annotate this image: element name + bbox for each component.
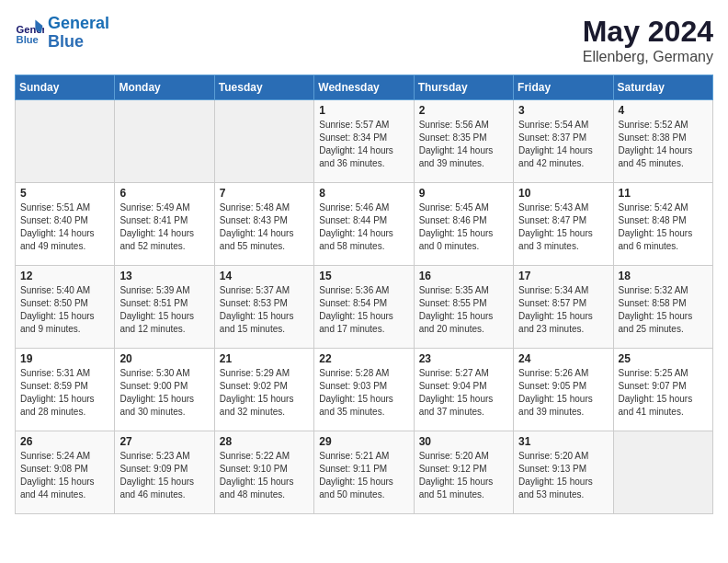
day-number: 26 — [20, 435, 109, 448]
cell-info: Sunrise: 5:48 AM Sunset: 8:43 PM Dayligh… — [220, 201, 309, 253]
calendar-cell: 14Sunrise: 5:37 AM Sunset: 8:53 PM Dayli… — [214, 266, 313, 349]
day-number: 5 — [20, 187, 109, 200]
calendar-cell: 8Sunrise: 5:46 AM Sunset: 8:44 PM Daylig… — [314, 183, 414, 266]
calendar-cell — [613, 431, 712, 514]
logo-wordmark: General Blue — [48, 15, 109, 52]
month-year-title: May 2024 — [583, 15, 713, 49]
calendar-cell: 5Sunrise: 5:51 AM Sunset: 8:40 PM Daylig… — [16, 183, 115, 266]
cell-info: Sunrise: 5:21 AM Sunset: 9:11 PM Dayligh… — [319, 450, 408, 501]
day-number: 14 — [220, 270, 309, 282]
calendar-cell: 10Sunrise: 5:43 AM Sunset: 8:47 PM Dayli… — [514, 183, 613, 266]
cell-info: Sunrise: 5:52 AM Sunset: 8:38 PM Dayligh… — [619, 119, 708, 170]
day-number: 28 — [220, 435, 309, 448]
calendar-cell: 4Sunrise: 5:52 AM Sunset: 8:38 PM Daylig… — [613, 100, 712, 183]
day-header-wednesday: Wednesday — [314, 75, 414, 100]
day-number: 21 — [220, 352, 309, 365]
day-number: 18 — [619, 270, 708, 282]
svg-text:Blue: Blue — [17, 34, 39, 45]
cell-info: Sunrise: 5:25 AM Sunset: 9:07 PM Dayligh… — [619, 367, 708, 419]
day-number: 12 — [20, 270, 109, 282]
calendar-cell: 29Sunrise: 5:21 AM Sunset: 9:11 PM Dayli… — [314, 431, 414, 514]
calendar-cell: 1Sunrise: 5:57 AM Sunset: 8:34 PM Daylig… — [314, 100, 414, 183]
calendar-cell: 17Sunrise: 5:34 AM Sunset: 8:57 PM Dayli… — [514, 266, 613, 349]
logo-icon: General Blue — [15, 18, 44, 48]
page-header: General Blue General Blue May 2024 Ellen… — [15, 15, 713, 65]
cell-info: Sunrise: 5:45 AM Sunset: 8:46 PM Dayligh… — [419, 201, 508, 253]
calendar-cell: 2Sunrise: 5:56 AM Sunset: 8:35 PM Daylig… — [414, 100, 513, 183]
day-header-friday: Friday — [514, 75, 613, 100]
calendar-cell — [16, 100, 115, 183]
logo-general: General — [48, 14, 109, 32]
day-number: 30 — [419, 435, 508, 448]
cell-info: Sunrise: 5:37 AM Sunset: 8:53 PM Dayligh… — [220, 284, 309, 336]
day-number: 1 — [319, 104, 408, 117]
logo: General Blue General Blue — [15, 15, 109, 52]
day-number: 27 — [119, 435, 209, 448]
cell-info: Sunrise: 5:26 AM Sunset: 9:05 PM Dayligh… — [518, 367, 608, 419]
day-header-saturday: Saturday — [613, 75, 712, 100]
calendar-cell: 7Sunrise: 5:48 AM Sunset: 8:43 PM Daylig… — [214, 183, 313, 266]
day-number: 3 — [518, 104, 608, 117]
calendar-cell: 9Sunrise: 5:45 AM Sunset: 8:46 PM Daylig… — [414, 183, 513, 266]
cell-info: Sunrise: 5:36 AM Sunset: 8:54 PM Dayligh… — [319, 284, 408, 336]
calendar-body: 1Sunrise: 5:57 AM Sunset: 8:34 PM Daylig… — [16, 100, 713, 514]
calendar-cell: 22Sunrise: 5:28 AM Sunset: 9:03 PM Dayli… — [314, 349, 414, 431]
day-number: 10 — [518, 187, 608, 200]
day-header-tuesday: Tuesday — [214, 75, 313, 100]
cell-info: Sunrise: 5:27 AM Sunset: 9:04 PM Dayligh… — [419, 367, 508, 419]
cell-info: Sunrise: 5:54 AM Sunset: 8:37 PM Dayligh… — [518, 119, 608, 170]
cell-info: Sunrise: 5:24 AM Sunset: 9:08 PM Dayligh… — [20, 450, 109, 501]
logo-text: General Blue — [48, 15, 109, 52]
day-number: 2 — [419, 104, 508, 117]
cell-info: Sunrise: 5:49 AM Sunset: 8:41 PM Dayligh… — [119, 201, 209, 253]
calendar-cell: 23Sunrise: 5:27 AM Sunset: 9:04 PM Dayli… — [414, 349, 513, 431]
day-number: 9 — [419, 187, 508, 200]
cell-info: Sunrise: 5:30 AM Sunset: 9:00 PM Dayligh… — [119, 367, 209, 419]
cell-info: Sunrise: 5:28 AM Sunset: 9:03 PM Dayligh… — [319, 367, 408, 419]
calendar-cell: 27Sunrise: 5:23 AM Sunset: 9:09 PM Dayli… — [115, 431, 214, 514]
day-number: 31 — [518, 435, 608, 448]
day-number: 24 — [518, 352, 608, 365]
week-row-4: 19Sunrise: 5:31 AM Sunset: 8:59 PM Dayli… — [16, 349, 713, 431]
cell-info: Sunrise: 5:22 AM Sunset: 9:10 PM Dayligh… — [220, 450, 309, 501]
calendar-cell: 12Sunrise: 5:40 AM Sunset: 8:50 PM Dayli… — [16, 266, 115, 349]
day-number: 16 — [419, 270, 508, 282]
cell-info: Sunrise: 5:56 AM Sunset: 8:35 PM Dayligh… — [419, 119, 508, 170]
day-number: 7 — [220, 187, 309, 200]
calendar-cell — [214, 100, 313, 183]
day-number: 23 — [419, 352, 508, 365]
day-number: 20 — [119, 352, 209, 365]
calendar-header: SundayMondayTuesdayWednesdayThursdayFrid… — [16, 75, 713, 100]
day-number: 29 — [319, 435, 408, 448]
calendar-cell: 30Sunrise: 5:20 AM Sunset: 9:12 PM Dayli… — [414, 431, 513, 514]
cell-info: Sunrise: 5:23 AM Sunset: 9:09 PM Dayligh… — [119, 450, 209, 501]
calendar-cell: 19Sunrise: 5:31 AM Sunset: 8:59 PM Dayli… — [16, 349, 115, 431]
calendar-cell: 25Sunrise: 5:25 AM Sunset: 9:07 PM Dayli… — [613, 349, 712, 431]
week-row-5: 26Sunrise: 5:24 AM Sunset: 9:08 PM Dayli… — [16, 431, 713, 514]
week-row-2: 5Sunrise: 5:51 AM Sunset: 8:40 PM Daylig… — [16, 183, 713, 266]
day-number: 4 — [619, 104, 708, 117]
calendar-cell: 28Sunrise: 5:22 AM Sunset: 9:10 PM Dayli… — [214, 431, 313, 514]
calendar-cell — [115, 100, 214, 183]
week-row-3: 12Sunrise: 5:40 AM Sunset: 8:50 PM Dayli… — [16, 266, 713, 349]
calendar-cell: 13Sunrise: 5:39 AM Sunset: 8:51 PM Dayli… — [115, 266, 214, 349]
cell-info: Sunrise: 5:35 AM Sunset: 8:55 PM Dayligh… — [419, 284, 508, 336]
day-number: 22 — [319, 352, 408, 365]
day-header-sunday: Sunday — [16, 75, 115, 100]
cell-info: Sunrise: 5:46 AM Sunset: 8:44 PM Dayligh… — [319, 201, 408, 253]
calendar-cell: 3Sunrise: 5:54 AM Sunset: 8:37 PM Daylig… — [514, 100, 613, 183]
calendar-cell: 6Sunrise: 5:49 AM Sunset: 8:41 PM Daylig… — [115, 183, 214, 266]
calendar-cell: 24Sunrise: 5:26 AM Sunset: 9:05 PM Dayli… — [514, 349, 613, 431]
calendar-cell: 21Sunrise: 5:29 AM Sunset: 9:02 PM Dayli… — [214, 349, 313, 431]
day-number: 25 — [619, 352, 708, 365]
days-of-week-row: SundayMondayTuesdayWednesdayThursdayFrid… — [16, 75, 713, 100]
day-number: 6 — [119, 187, 209, 200]
day-number: 11 — [619, 187, 708, 200]
day-header-thursday: Thursday — [414, 75, 513, 100]
cell-info: Sunrise: 5:20 AM Sunset: 9:12 PM Dayligh… — [419, 450, 508, 501]
day-number: 17 — [518, 270, 608, 282]
cell-info: Sunrise: 5:34 AM Sunset: 8:57 PM Dayligh… — [518, 284, 608, 336]
day-number: 8 — [319, 187, 408, 200]
calendar-cell: 26Sunrise: 5:24 AM Sunset: 9:08 PM Dayli… — [16, 431, 115, 514]
calendar-cell: 20Sunrise: 5:30 AM Sunset: 9:00 PM Dayli… — [115, 349, 214, 431]
